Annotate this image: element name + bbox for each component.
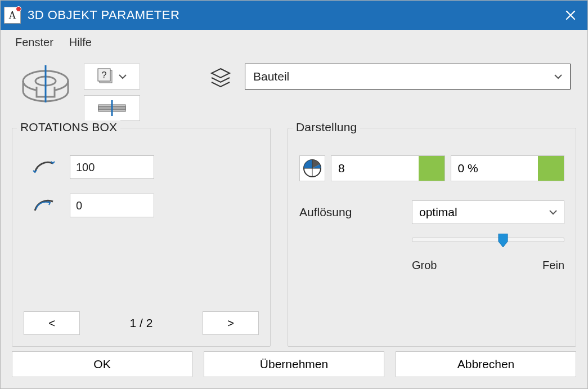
chevron-down-icon: [554, 72, 562, 81]
pager: < 1 / 2 >: [24, 300, 259, 335]
layer-select[interactable]: Bauteil: [245, 64, 571, 90]
group-legend-rotations: ROTATIONS BOX: [17, 120, 120, 134]
object-preview-icon: [17, 64, 74, 109]
cancel-button[interactable]: Abbrechen: [396, 351, 576, 377]
rotation-row-2: [32, 194, 259, 217]
resolution-select[interactable]: optimal: [412, 200, 564, 224]
dialog-window: A 3D OBJEKT PARAMETER Fenster Hilfe: [0, 0, 588, 389]
page-indicator: 1 / 2: [108, 316, 174, 330]
align-button[interactable]: [84, 95, 140, 121]
segment-percent-value: 0 %: [451, 156, 538, 181]
slider-label-fein: Fein: [542, 259, 564, 272]
arc-inner-icon: [32, 196, 56, 215]
resolution-value: optimal: [419, 205, 457, 219]
pie-segments-icon: [299, 155, 325, 181]
rotations-inputs: [32, 155, 259, 217]
arc-outer-icon: [32, 158, 56, 177]
segment-count-value: 8: [331, 156, 419, 181]
segmentation-row: 8 0 %: [299, 155, 564, 181]
rotation-row-1: [32, 155, 259, 179]
close-icon: [565, 10, 576, 20]
rotation-value-2[interactable]: [70, 194, 154, 217]
rotation-value-1[interactable]: [70, 155, 154, 179]
menu-hilfe[interactable]: Hilfe: [69, 36, 92, 49]
icon-button-column: ?: [84, 64, 140, 121]
top-row: ?: [12, 60, 576, 123]
slider-label-grob: Grob: [412, 259, 437, 272]
layer-select-value: Bauteil: [253, 70, 289, 83]
app-icon: A: [4, 7, 21, 24]
resolution-label: Auflösung: [299, 205, 395, 219]
ok-button[interactable]: OK: [12, 351, 192, 377]
slider-track: [412, 238, 564, 242]
page-next-button[interactable]: >: [203, 311, 259, 335]
svg-text:?: ?: [102, 70, 107, 80]
titlebar: A 3D OBJEKT PARAMETER: [1, 1, 587, 30]
layers-icon: [207, 64, 235, 92]
segment-color-1[interactable]: [419, 156, 445, 181]
chevron-down-icon: [119, 74, 127, 79]
help-dropdown-button[interactable]: ?: [84, 64, 140, 90]
resolution-slider[interactable]: Grob Fein: [299, 238, 564, 272]
chevron-down-icon: [549, 208, 557, 217]
close-button[interactable]: [554, 1, 587, 30]
client-area: ?: [1, 55, 587, 388]
window-title: 3D OBJEKT PARAMETER: [28, 8, 554, 23]
apply-button[interactable]: Übernehmen: [204, 351, 384, 377]
segment-count-input[interactable]: 8: [331, 155, 445, 181]
group-rotations-box: ROTATIONS BOX: [12, 128, 271, 347]
question-box-icon: ?: [97, 68, 114, 85]
rail-align-icon: [96, 100, 128, 116]
slider-labels: Grob Fein: [412, 259, 564, 272]
segment-percent-input[interactable]: 0 %: [451, 155, 565, 181]
group-legend-darstellung: Darstellung: [293, 120, 360, 134]
segment-color-2[interactable]: [538, 156, 564, 181]
menubar: Fenster Hilfe: [1, 30, 587, 55]
menu-fenster[interactable]: Fenster: [15, 36, 53, 49]
resolution-row: Auflösung optimal: [299, 200, 564, 224]
bottom-button-row: OK Übernehmen Abbrechen: [12, 351, 576, 377]
group-darstellung: Darstellung 8: [288, 128, 576, 347]
slider-thumb[interactable]: [497, 234, 509, 248]
groups-row: ROTATIONS BOX: [12, 128, 576, 347]
page-prev-button[interactable]: <: [24, 311, 80, 335]
